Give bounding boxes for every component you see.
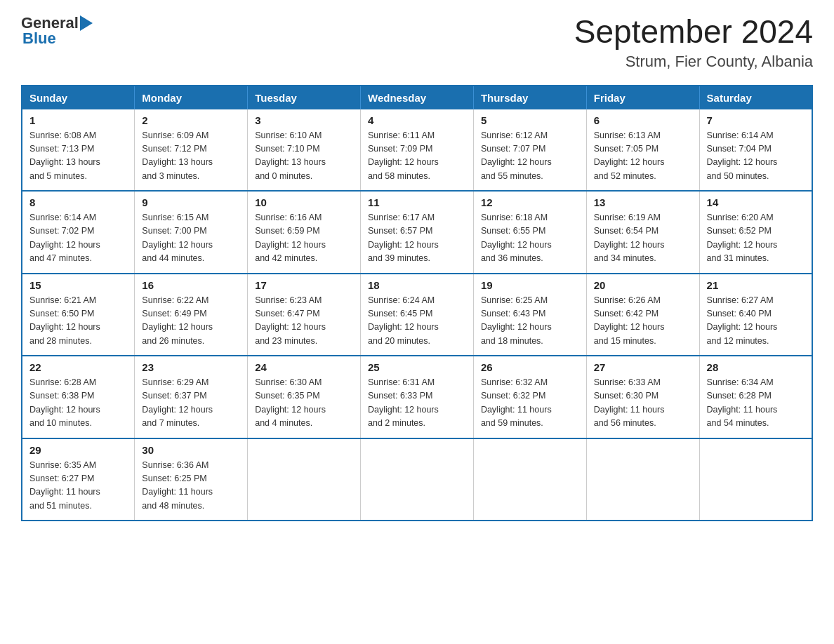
calendar-cell: 17Sunrise: 6:23 AMSunset: 6:47 PMDayligh…: [248, 274, 361, 356]
day-number: 27: [594, 361, 692, 373]
day-number: 26: [481, 361, 579, 373]
calendar-cell: 19Sunrise: 6:25 AMSunset: 6:43 PMDayligh…: [473, 274, 586, 356]
calendar-cell: [248, 438, 361, 521]
day-info: Sunrise: 6:30 AMSunset: 6:35 PMDaylight:…: [255, 376, 353, 431]
calendar-cell: 7Sunrise: 6:14 AMSunset: 7:04 PMDaylight…: [699, 109, 812, 192]
day-number: 3: [255, 114, 353, 126]
calendar-cell: [473, 438, 586, 521]
day-number: 5: [481, 114, 579, 126]
calendar-cell: 25Sunrise: 6:31 AMSunset: 6:33 PMDayligh…: [361, 356, 474, 438]
calendar-cell: 3Sunrise: 6:10 AMSunset: 7:10 PMDaylight…: [248, 109, 361, 192]
logo-arrow-icon: [80, 15, 93, 31]
day-number: 8: [29, 196, 127, 208]
day-number: 15: [29, 279, 127, 291]
calendar-cell: 11Sunrise: 6:17 AMSunset: 6:57 PMDayligh…: [361, 191, 474, 274]
day-info: Sunrise: 6:14 AMSunset: 7:02 PMDaylight:…: [29, 211, 127, 266]
day-info: Sunrise: 6:08 AMSunset: 7:13 PMDaylight:…: [29, 129, 127, 184]
calendar-cell: 28Sunrise: 6:34 AMSunset: 6:28 PMDayligh…: [699, 356, 812, 438]
day-number: 21: [707, 279, 805, 291]
calendar-cell: [361, 438, 474, 521]
day-info: Sunrise: 6:15 AMSunset: 7:00 PMDaylight:…: [142, 211, 240, 266]
day-info: Sunrise: 6:10 AMSunset: 7:10 PMDaylight:…: [255, 129, 353, 184]
calendar-cell: 12Sunrise: 6:18 AMSunset: 6:55 PMDayligh…: [473, 191, 586, 274]
day-info: Sunrise: 6:13 AMSunset: 7:05 PMDaylight:…: [594, 129, 692, 184]
day-info: Sunrise: 6:16 AMSunset: 6:59 PMDaylight:…: [255, 211, 353, 266]
calendar-cell: 1Sunrise: 6:08 AMSunset: 7:13 PMDaylight…: [22, 109, 135, 192]
day-info: Sunrise: 6:19 AMSunset: 6:54 PMDaylight:…: [594, 211, 692, 266]
calendar-week-row: 29Sunrise: 6:35 AMSunset: 6:27 PMDayligh…: [22, 438, 812, 521]
day-number: 25: [368, 361, 466, 373]
day-number: 4: [368, 114, 466, 126]
day-info: Sunrise: 6:24 AMSunset: 6:45 PMDaylight:…: [368, 294, 466, 349]
day-number: 11: [368, 196, 466, 208]
day-number: 2: [142, 114, 240, 126]
calendar-cell: 20Sunrise: 6:26 AMSunset: 6:42 PMDayligh…: [586, 274, 699, 356]
day-number: 10: [255, 196, 353, 208]
day-number: 13: [594, 196, 692, 208]
calendar-cell: [586, 438, 699, 521]
col-header-sunday: Sunday: [22, 86, 135, 109]
day-info: Sunrise: 6:36 AMSunset: 6:25 PMDaylight:…: [142, 459, 240, 514]
day-info: Sunrise: 6:27 AMSunset: 6:40 PMDaylight:…: [707, 294, 805, 349]
calendar-cell: 14Sunrise: 6:20 AMSunset: 6:52 PMDayligh…: [699, 191, 812, 274]
day-number: 29: [29, 444, 127, 456]
calendar-cell: 29Sunrise: 6:35 AMSunset: 6:27 PMDayligh…: [22, 438, 135, 521]
day-info: Sunrise: 6:32 AMSunset: 6:32 PMDaylight:…: [481, 376, 579, 431]
day-number: 18: [368, 279, 466, 291]
day-number: 6: [594, 114, 692, 126]
day-number: 1: [29, 114, 127, 126]
day-info: Sunrise: 6:20 AMSunset: 6:52 PMDaylight:…: [707, 211, 805, 266]
calendar-week-row: 15Sunrise: 6:21 AMSunset: 6:50 PMDayligh…: [22, 274, 812, 356]
calendar-table: SundayMondayTuesdayWednesdayThursdayFrid…: [21, 85, 813, 522]
logo: General Blue: [21, 14, 93, 48]
day-info: Sunrise: 6:21 AMSunset: 6:50 PMDaylight:…: [29, 294, 127, 349]
day-number: 9: [142, 196, 240, 208]
day-info: Sunrise: 6:29 AMSunset: 6:37 PMDaylight:…: [142, 376, 240, 431]
day-info: Sunrise: 6:28 AMSunset: 6:38 PMDaylight:…: [29, 376, 127, 431]
day-number: 16: [142, 279, 240, 291]
calendar-cell: 24Sunrise: 6:30 AMSunset: 6:35 PMDayligh…: [248, 356, 361, 438]
col-header-wednesday: Wednesday: [361, 86, 474, 109]
day-number: 28: [707, 361, 805, 373]
calendar-week-row: 8Sunrise: 6:14 AMSunset: 7:02 PMDaylight…: [22, 191, 812, 274]
month-year-title: September 2024: [574, 14, 813, 50]
day-info: Sunrise: 6:35 AMSunset: 6:27 PMDaylight:…: [29, 459, 127, 514]
day-info: Sunrise: 6:09 AMSunset: 7:12 PMDaylight:…: [142, 129, 240, 184]
day-info: Sunrise: 6:17 AMSunset: 6:57 PMDaylight:…: [368, 211, 466, 266]
day-info: Sunrise: 6:18 AMSunset: 6:55 PMDaylight:…: [481, 211, 579, 266]
calendar-cell: 23Sunrise: 6:29 AMSunset: 6:37 PMDayligh…: [135, 356, 248, 438]
day-info: Sunrise: 6:34 AMSunset: 6:28 PMDaylight:…: [707, 376, 805, 431]
calendar-cell: 15Sunrise: 6:21 AMSunset: 6:50 PMDayligh…: [22, 274, 135, 356]
calendar-cell: 2Sunrise: 6:09 AMSunset: 7:12 PMDaylight…: [135, 109, 248, 192]
day-number: 12: [481, 196, 579, 208]
page-header: General Blue September 2024 Strum, Fier …: [21, 14, 813, 71]
calendar-week-row: 22Sunrise: 6:28 AMSunset: 6:38 PMDayligh…: [22, 356, 812, 438]
day-number: 30: [142, 444, 240, 456]
day-number: 22: [29, 361, 127, 373]
day-number: 17: [255, 279, 353, 291]
calendar-cell: 18Sunrise: 6:24 AMSunset: 6:45 PMDayligh…: [361, 274, 474, 356]
col-header-thursday: Thursday: [473, 86, 586, 109]
day-info: Sunrise: 6:26 AMSunset: 6:42 PMDaylight:…: [594, 294, 692, 349]
calendar-cell: 16Sunrise: 6:22 AMSunset: 6:49 PMDayligh…: [135, 274, 248, 356]
col-header-tuesday: Tuesday: [248, 86, 361, 109]
calendar-cell: 21Sunrise: 6:27 AMSunset: 6:40 PMDayligh…: [699, 274, 812, 356]
calendar-cell: 8Sunrise: 6:14 AMSunset: 7:02 PMDaylight…: [22, 191, 135, 274]
day-info: Sunrise: 6:25 AMSunset: 6:43 PMDaylight:…: [481, 294, 579, 349]
day-number: 14: [707, 196, 805, 208]
day-number: 19: [481, 279, 579, 291]
logo-blue-text: Blue: [22, 29, 56, 47]
calendar-cell: 9Sunrise: 6:15 AMSunset: 7:00 PMDaylight…: [135, 191, 248, 274]
day-info: Sunrise: 6:23 AMSunset: 6:47 PMDaylight:…: [255, 294, 353, 349]
calendar-cell: 10Sunrise: 6:16 AMSunset: 6:59 PMDayligh…: [248, 191, 361, 274]
col-header-friday: Friday: [586, 86, 699, 109]
calendar-header-row: SundayMondayTuesdayWednesdayThursdayFrid…: [22, 86, 812, 109]
col-header-saturday: Saturday: [699, 86, 812, 109]
day-info: Sunrise: 6:14 AMSunset: 7:04 PMDaylight:…: [707, 129, 805, 184]
location-subtitle: Strum, Fier County, Albania: [574, 53, 813, 71]
calendar-cell: 30Sunrise: 6:36 AMSunset: 6:25 PMDayligh…: [135, 438, 248, 521]
col-header-monday: Monday: [135, 86, 248, 109]
calendar-cell: 6Sunrise: 6:13 AMSunset: 7:05 PMDaylight…: [586, 109, 699, 192]
calendar-cell: 13Sunrise: 6:19 AMSunset: 6:54 PMDayligh…: [586, 191, 699, 274]
calendar-cell: 5Sunrise: 6:12 AMSunset: 7:07 PMDaylight…: [473, 109, 586, 192]
